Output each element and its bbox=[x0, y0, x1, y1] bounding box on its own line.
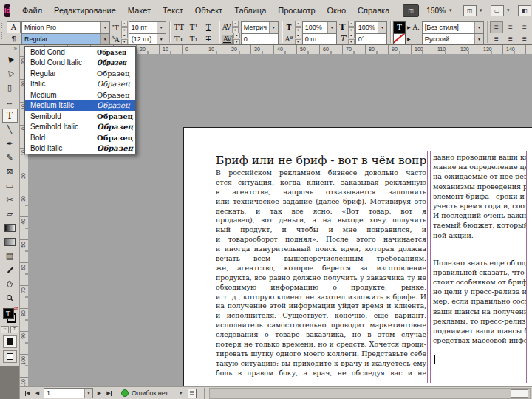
next-page-button[interactable]: ▶ bbox=[95, 389, 104, 398]
text-frame-right-column[interactable]: давно проводили ваши конмание на определ… bbox=[430, 151, 527, 383]
normal-view-mode-button[interactable] bbox=[3, 335, 17, 348]
character-color-swatch[interactable]: T bbox=[393, 21, 406, 33]
menu-item[interactable]: Редактирование bbox=[48, 0, 122, 21]
font-style-option[interactable]: ItalicОбразец bbox=[25, 79, 135, 90]
menu-item[interactable]: Таблица bbox=[228, 0, 272, 21]
note-tool[interactable]: ▤ bbox=[2, 249, 18, 263]
align-right-button[interactable]: ≡ bbox=[518, 21, 531, 33]
leading-combo[interactable]: (12 пт)▼ bbox=[129, 33, 166, 45]
horizontal-scale-combo[interactable]: 100%▼ bbox=[355, 21, 387, 33]
font-style-option[interactable]: RegularОбразец bbox=[25, 68, 135, 79]
tracking-stepper[interactable]: ▲▼ bbox=[233, 33, 240, 45]
zoom-level-dropdown[interactable]: 150% ▼ bbox=[426, 7, 453, 15]
document-page[interactable]: Бриф или не бриф - вот в чём вопрос В ро… bbox=[183, 127, 532, 386]
page-tool[interactable]: ▯ bbox=[2, 81, 18, 95]
first-page-button[interactable]: ◀ bbox=[23, 389, 33, 398]
type-tool[interactable]: T bbox=[2, 109, 18, 123]
menu-item[interactable]: Просмотр bbox=[272, 0, 321, 21]
strikethrough-button[interactable]: T bbox=[202, 34, 216, 44]
rectangle-tool[interactable]: ▭ bbox=[2, 179, 18, 193]
horizontal-scrollbar[interactable] bbox=[209, 388, 531, 399]
line-tool[interactable]: ╲ bbox=[2, 123, 18, 137]
pen-tool[interactable]: ✒ bbox=[2, 137, 18, 151]
menu-item[interactable]: Объект bbox=[189, 0, 228, 21]
horizontal-scale-stepper[interactable]: ▲▼ bbox=[348, 21, 355, 33]
leading-stepper[interactable]: ▲▼ bbox=[121, 33, 128, 45]
justify-center-button[interactable]: ≡ bbox=[504, 33, 517, 45]
horizontal-scrollbar-thumb[interactable] bbox=[511, 389, 528, 398]
frame-tool[interactable]: ⊠ bbox=[2, 165, 18, 179]
chevron-down-icon[interactable]: ▼ bbox=[157, 22, 166, 33]
text-frame-left-column[interactable]: Бриф или не бриф - вот в чём вопрос В ро… bbox=[214, 151, 428, 383]
chevron-down-icon[interactable]: ▼ bbox=[269, 22, 278, 33]
chevron-down-icon[interactable]: ▼ bbox=[84, 389, 92, 398]
font-style-option[interactable]: MediumОбразец bbox=[25, 89, 135, 100]
gradient-tool[interactable] bbox=[2, 221, 18, 235]
preflight-panel-icon[interactable] bbox=[188, 389, 197, 398]
zoom-tool[interactable] bbox=[2, 291, 18, 305]
font-size-combo[interactable]: 10 пт▼ bbox=[129, 21, 166, 33]
free-transform-tool[interactable]: ▱ bbox=[2, 207, 18, 221]
character-formatting-button[interactable]: A bbox=[7, 21, 21, 33]
menu-item[interactable]: Справка bbox=[352, 0, 395, 21]
all-caps-button[interactable]: TT bbox=[172, 22, 186, 33]
vertical-scale-combo[interactable]: 100%▼ bbox=[302, 21, 337, 33]
justify-left-button[interactable]: ≡ bbox=[490, 33, 503, 45]
formatting-affects-container-button[interactable]: □ bbox=[1, 326, 9, 333]
pencil-tool[interactable]: ✎ bbox=[2, 151, 18, 165]
font-style-combo[interactable]: Regular▼ bbox=[21, 33, 110, 45]
bridge-button[interactable]: ◫ bbox=[403, 4, 419, 17]
hand-tool[interactable] bbox=[2, 277, 18, 291]
font-style-option[interactable]: Bold Cond ItalicОбразец bbox=[25, 58, 135, 69]
paragraph-formatting-button[interactable]: ¶ bbox=[7, 33, 21, 45]
swap-fill-stroke-icon[interactable]: ⇄ bbox=[14, 306, 18, 312]
flyout-arrow-icon[interactable]: ▶ bbox=[407, 24, 411, 30]
font-style-option[interactable]: Medium ItalicОбразец bbox=[25, 100, 135, 112]
flyout-arrow-icon[interactable]: ▶ bbox=[407, 36, 411, 41]
skew-field[interactable]: 0° bbox=[355, 33, 387, 45]
fill-color-swatch[interactable]: T bbox=[3, 308, 14, 319]
chevron-down-icon[interactable]: ▼ bbox=[100, 34, 109, 44]
chevron-down-icon[interactable]: ▼ bbox=[157, 34, 166, 44]
preview-mode-button[interactable] bbox=[3, 350, 17, 363]
font-family-combo[interactable]: Minion Pro▼ bbox=[21, 21, 110, 33]
chevron-down-icon[interactable]: ▼ bbox=[100, 22, 109, 33]
character-style-combo[interactable]: [Без стиля]▼ bbox=[422, 21, 484, 33]
panel-collapse-icon[interactable]: » bbox=[0, 45, 19, 52]
panel-grip[interactable] bbox=[1, 22, 5, 43]
font-style-option[interactable]: SemiboldОбразец bbox=[25, 111, 135, 122]
underline-button[interactable]: T bbox=[202, 22, 216, 33]
gradient-feather-tool[interactable] bbox=[2, 235, 18, 249]
font-style-option[interactable]: Bold CondОбразец bbox=[25, 47, 135, 58]
selection-tool[interactable]: ▶ bbox=[2, 52, 18, 66]
align-left-button[interactable]: ≡ bbox=[490, 21, 503, 33]
menu-item[interactable]: Текст bbox=[157, 0, 189, 21]
font-style-option[interactable]: Bold ItalicОбразец bbox=[25, 143, 135, 154]
chevron-down-icon[interactable]: ▼ bbox=[327, 22, 336, 33]
vertical-scale-stepper[interactable]: ▲▼ bbox=[295, 21, 301, 33]
subscript-button[interactable]: T₁ bbox=[187, 34, 201, 44]
screen-mode-button[interactable]: ▭ ▼ bbox=[491, 5, 511, 16]
font-style-option[interactable]: BoldОбразец bbox=[25, 132, 135, 143]
kerning-stepper[interactable]: ▲▼ bbox=[232, 21, 239, 33]
strikethrough-color-swatch[interactable] bbox=[393, 33, 406, 45]
view-options-button[interactable]: ◫ ▼ bbox=[463, 5, 483, 16]
kerning-combo[interactable]: Метрич▼ bbox=[241, 21, 279, 33]
scissors-tool[interactable]: ✂ bbox=[2, 193, 18, 207]
baseline-shift-stepper[interactable]: ▲▼ bbox=[295, 33, 301, 45]
skew-stepper[interactable]: ▲▼ bbox=[348, 33, 355, 45]
last-page-button[interactable]: ▶ bbox=[104, 389, 114, 398]
small-caps-button[interactable]: Tт bbox=[172, 34, 186, 44]
baseline-shift-field[interactable]: 0 пт bbox=[302, 33, 337, 45]
menu-item[interactable]: Макет bbox=[122, 0, 157, 21]
chevron-down-icon[interactable]: ▼ bbox=[474, 22, 483, 33]
gap-tool[interactable]: ↔ bbox=[2, 95, 18, 109]
chevron-down-icon[interactable]: ▼ bbox=[378, 22, 386, 33]
direct-selection-tool[interactable]: ▷ bbox=[2, 66, 18, 81]
superscript-button[interactable]: T¹ bbox=[187, 22, 201, 33]
formatting-affects-text-button[interactable]: T bbox=[10, 326, 18, 333]
page-number-combo[interactable]: 1 ▼ bbox=[44, 388, 93, 398]
menu-item[interactable]: Окно bbox=[321, 0, 352, 21]
previous-page-button[interactable]: ◀ bbox=[33, 389, 42, 398]
align-center-button[interactable]: ≡ bbox=[504, 21, 517, 33]
